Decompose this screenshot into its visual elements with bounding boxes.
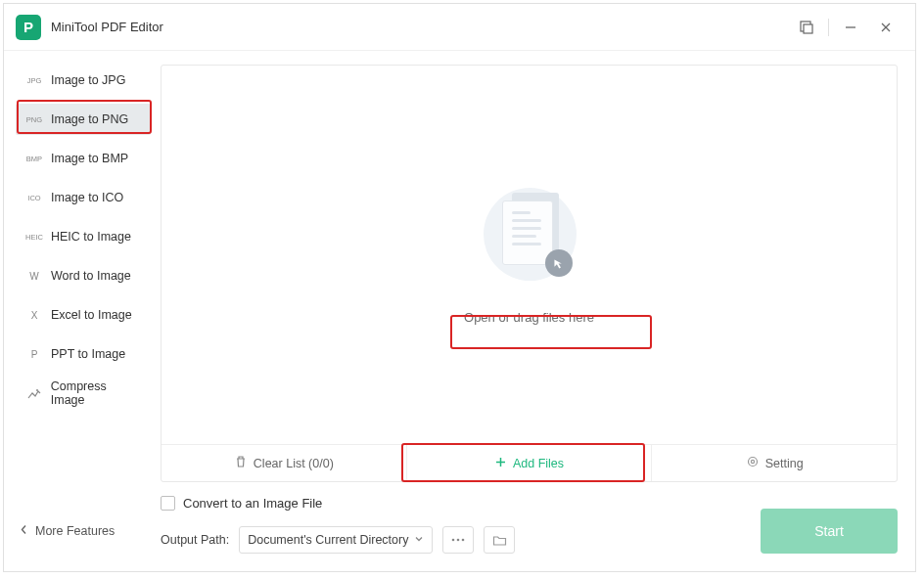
sidebar-item-label: Image to ICO xyxy=(51,191,123,204)
output-path-value: Document's Current Directory xyxy=(248,533,408,547)
minimize-button[interactable] xyxy=(833,13,868,42)
badge-png: PNG xyxy=(23,112,45,126)
chevron-down-icon xyxy=(414,533,424,547)
add-files-label: Add Files xyxy=(513,457,564,470)
svg-point-9 xyxy=(751,460,754,463)
compress-icon xyxy=(23,386,45,400)
setting-label: Setting xyxy=(765,457,804,470)
svg-point-5 xyxy=(36,389,38,391)
more-features-label: More Features xyxy=(35,524,115,538)
badge-p: P xyxy=(23,347,45,361)
svg-point-8 xyxy=(748,458,757,467)
badge-x: X xyxy=(23,308,45,322)
sidebar-item-word-to-image[interactable]: W Word to Image xyxy=(16,260,151,291)
more-features-button[interactable]: More Features xyxy=(20,524,115,538)
sidebar-item-label: Compress Image xyxy=(51,379,143,407)
gear-icon xyxy=(746,455,760,471)
sidebar-item-heic-to-image[interactable]: HEIC HEIC to Image xyxy=(16,221,151,252)
clear-list-label: Clear List (0/0) xyxy=(254,457,334,470)
sidebar-item-label: Image to BMP xyxy=(51,152,128,165)
sidebar-item-image-to-bmp[interactable]: BMP Image to BMP xyxy=(16,143,151,174)
setting-button[interactable]: Setting xyxy=(651,445,897,481)
output-path-select[interactable]: Document's Current Directory xyxy=(239,526,433,554)
clear-list-button[interactable]: Clear List (0/0) xyxy=(162,445,406,481)
dropzone-label: Open or drag files here xyxy=(464,310,594,325)
sidebar-item-label: Excel to Image xyxy=(51,308,132,322)
main-canvas: Open or drag files here Clear List (0/0) xyxy=(161,65,898,482)
badge-heic: HEIC xyxy=(23,230,45,244)
sidebar-item-image-to-ico[interactable]: ICO Image to ICO xyxy=(16,182,151,213)
convert-label: Convert to an Image File xyxy=(183,496,322,511)
sidebar-item-image-to-jpg[interactable]: JPG Image to JPG xyxy=(16,65,151,96)
badge-jpg: JPG xyxy=(23,73,45,87)
sidebar-item-excel-to-image[interactable]: X Excel to Image xyxy=(16,299,151,331)
sidebar-item-label: Image to JPG xyxy=(51,73,125,87)
badge-ico: ICO xyxy=(23,191,45,204)
add-files-button[interactable]: Add Files xyxy=(406,445,652,481)
convert-checkbox[interactable] xyxy=(161,496,175,511)
sidebar-item-compress-image[interactable]: Compress Image xyxy=(16,378,151,409)
plus-icon xyxy=(494,456,507,471)
sidebar-item-ppt-to-image[interactable]: P PPT to Image xyxy=(16,338,151,370)
trash-icon xyxy=(234,455,248,471)
sidebar-item-label: HEIC to Image xyxy=(51,230,131,244)
start-label: Start xyxy=(814,523,844,539)
svg-rect-1 xyxy=(804,24,812,33)
more-options-button[interactable] xyxy=(442,526,474,554)
switch-icon[interactable] xyxy=(789,13,824,42)
badge-w: W xyxy=(23,269,45,283)
open-folder-button[interactable] xyxy=(484,526,515,554)
document-illustration xyxy=(481,185,578,283)
app-logo: P xyxy=(16,15,41,40)
output-path-label: Output Path: xyxy=(161,533,229,547)
titlebar: P MiniTool PDF Editor xyxy=(4,4,915,51)
sidebar-item-image-to-png[interactable]: PNG Image to PNG xyxy=(16,104,151,135)
sidebar-item-label: PPT to Image xyxy=(51,347,125,361)
sidebar: JPG Image to JPG PNG Image to PNG BMP Im… xyxy=(4,51,161,571)
action-bar: Clear List (0/0) Add Files Setting xyxy=(162,444,897,481)
cursor-icon xyxy=(545,249,573,277)
badge-bmp: BMP xyxy=(23,152,45,165)
close-button[interactable] xyxy=(868,13,903,42)
sidebar-item-label: Word to Image xyxy=(51,269,131,283)
app-title: MiniTool PDF Editor xyxy=(51,20,163,34)
svg-point-12 xyxy=(462,539,465,542)
start-button[interactable]: Start xyxy=(761,509,898,554)
svg-point-10 xyxy=(452,539,455,542)
dropzone[interactable]: Open or drag files here xyxy=(162,66,897,444)
sidebar-item-label: Image to PNG xyxy=(51,112,128,126)
svg-point-11 xyxy=(457,539,460,542)
chevron-left-icon xyxy=(20,524,27,538)
